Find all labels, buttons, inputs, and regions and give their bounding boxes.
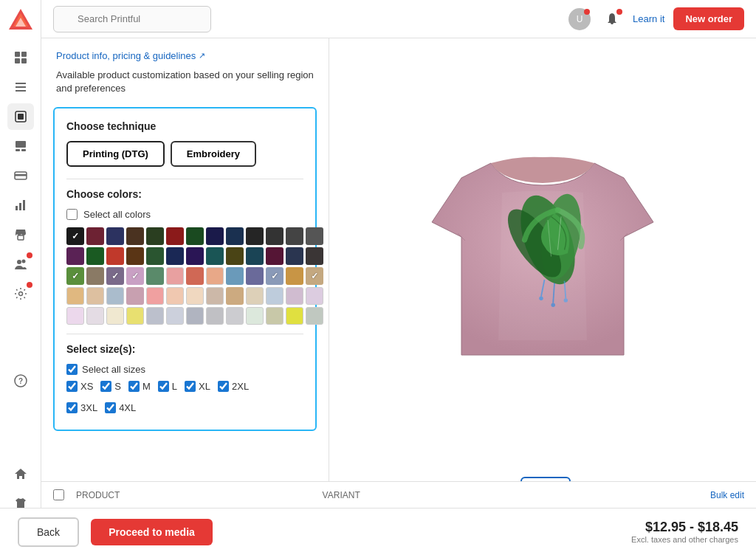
sidebar-item-dashboard[interactable] [7,44,34,71]
color-swatch[interactable] [266,287,284,305]
topbar-avatar-btn[interactable]: U [568,7,591,31]
color-swatch[interactable] [246,247,264,265]
color-swatch[interactable] [226,227,244,245]
color-swatch[interactable] [66,247,84,265]
size-chip-2xl[interactable]: 2XL [218,381,249,392]
color-swatch[interactable] [86,267,104,285]
size-checkbox-2xl[interactable] [218,381,229,392]
sidebar-item-analytics[interactable] [7,192,34,218]
color-swatch[interactable] [166,227,184,245]
color-swatch[interactable] [266,227,284,245]
sidebar-item-store[interactable] [7,221,34,248]
color-swatch[interactable] [306,267,323,285]
technique-dtg-btn[interactable]: Printing (DTG) [66,141,165,167]
size-checkbox-m[interactable] [128,381,140,392]
color-swatch[interactable] [206,307,224,325]
technique-embroidery-btn[interactable]: Embroidery [171,141,256,167]
color-swatch[interactable] [206,227,224,245]
new-order-button[interactable]: New order [673,7,744,30]
sidebar-item-settings[interactable] [7,280,34,307]
learn-it-link[interactable]: Learn it [633,13,664,24]
color-swatch[interactable] [286,227,303,245]
size-chip-l[interactable]: L [158,381,177,392]
color-swatch[interactable] [86,227,104,245]
sidebar-item-payments[interactable] [7,162,34,189]
color-swatch[interactable] [226,247,244,265]
back-button[interactable]: Back [18,517,79,547]
color-swatch[interactable] [146,267,164,285]
color-swatch[interactable] [306,307,323,325]
sidebar-item-help[interactable]: ? [7,368,34,394]
color-swatch[interactable] [306,287,323,305]
color-swatch[interactable] [226,287,244,305]
sidebar-item-products[interactable] [7,103,34,130]
color-swatch[interactable] [86,287,104,305]
color-swatch[interactable] [146,247,164,265]
sidebar-item-home[interactable] [7,461,34,487]
color-swatch[interactable] [266,307,284,325]
size-checkbox-xs[interactable] [66,381,78,392]
color-swatch[interactable] [86,307,104,325]
color-swatch[interactable] [186,267,204,285]
color-swatch[interactable] [286,267,303,285]
color-swatch[interactable] [166,307,184,325]
color-swatch[interactable] [126,287,144,305]
select-all-sizes-checkbox[interactable] [66,364,78,375]
select-all-colors-checkbox[interactable] [66,209,78,220]
size-chip-xl[interactable]: XL [185,381,210,392]
color-swatch[interactable] [246,227,264,245]
table-select-all-checkbox[interactable] [53,489,64,500]
color-swatch[interactable] [86,247,104,265]
color-swatch[interactable] [166,287,184,305]
size-chip-4xl[interactable]: 4XL [105,402,136,413]
sidebar-item-orders[interactable] [7,74,34,100]
color-swatch[interactable] [266,267,284,285]
color-swatch[interactable] [286,307,303,325]
color-swatch[interactable] [186,227,204,245]
size-chip-m[interactable]: M [128,381,151,392]
color-swatch[interactable] [246,287,264,305]
color-swatch[interactable] [266,247,284,265]
color-swatch[interactable] [206,247,224,265]
color-swatch[interactable] [146,287,164,305]
color-swatch[interactable] [186,307,204,325]
sidebar-logo[interactable] [6,6,35,35]
color-swatch[interactable] [186,287,204,305]
color-swatch[interactable] [226,267,244,285]
color-swatch[interactable] [306,247,323,265]
color-swatch[interactable] [66,307,84,325]
color-swatch[interactable] [126,247,144,265]
color-swatch[interactable] [106,267,124,285]
color-swatch[interactable] [166,267,184,285]
sidebar-item-templates[interactable] [7,133,34,159]
color-swatch[interactable] [226,307,244,325]
proceed-button[interactable]: Proceed to media [91,519,213,545]
color-swatch[interactable] [166,247,184,265]
color-swatch[interactable] [106,227,124,245]
topbar-bell[interactable] [600,7,624,31]
color-swatch[interactable] [186,247,204,265]
size-checkbox-s[interactable] [100,381,111,392]
size-checkbox-xl[interactable] [185,381,196,392]
color-swatch[interactable] [106,307,124,325]
color-swatch[interactable] [286,287,303,305]
color-swatch[interactable] [246,267,264,285]
size-checkbox-4xl[interactable] [105,402,116,413]
product-info-link[interactable]: Product info, pricing & guidelines ↗ [56,50,314,61]
color-swatch[interactable] [306,227,323,245]
color-swatch[interactable] [66,227,84,245]
size-chip-xs[interactable]: XS [66,381,93,392]
size-chip-3xl[interactable]: 3XL [66,402,97,413]
color-swatch[interactable] [246,307,264,325]
color-swatch[interactable] [126,267,144,285]
color-swatch[interactable] [206,267,224,285]
bulk-edit-link[interactable]: Bulk edit [710,490,744,500]
color-swatch[interactable] [126,307,144,325]
color-swatch[interactable] [106,247,124,265]
color-swatch[interactable] [66,287,84,305]
sidebar-item-people[interactable] [7,251,34,278]
size-checkbox-l[interactable] [158,381,169,392]
color-swatch[interactable] [146,227,164,245]
color-swatch[interactable] [286,247,303,265]
color-swatch[interactable] [66,267,84,285]
